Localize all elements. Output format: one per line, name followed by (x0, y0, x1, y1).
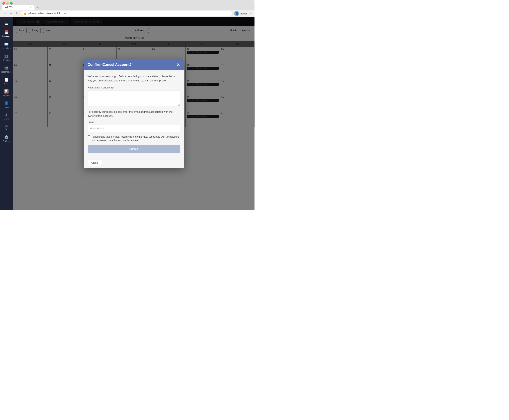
confirm-cancel-modal: Confirm Cancel Account? ✕ We're sorry to… (84, 59, 184, 168)
browser-minimize-dot[interactable] (6, 2, 9, 5)
recordings-icon: 📹 (4, 66, 9, 70)
users-icon: 👤 (4, 101, 9, 105)
modal-title: Confirm Cancel Account? (88, 63, 132, 67)
meetings-icon: 📅 (4, 30, 9, 35)
sidebar-item-meetings[interactable]: 📅 Meetings (0, 29, 13, 39)
browser-maximize-dot[interactable] (10, 2, 13, 5)
sidebar-users-label: Users (4, 106, 9, 109)
sidebar-files-label: Files (4, 83, 8, 85)
reason-textarea[interactable] (88, 90, 180, 106)
required-indicator: * (113, 86, 114, 89)
sidebar-meetings-label: Meetings (2, 35, 11, 38)
sidebar-item-files[interactable]: 📄 Files (0, 76, 13, 86)
checkbox-label: I understand that any files, recordings … (92, 135, 180, 142)
browser-menu-button[interactable]: ⋮ (248, 11, 252, 16)
understanding-checkbox-row: I understand that any files, recordings … (88, 135, 180, 142)
modal-footer: Close (84, 157, 184, 168)
close-button[interactable]: Close (88, 160, 102, 166)
sidebar-item-reports[interactable]: 📊 Reports (0, 88, 13, 98)
email-input[interactable] (88, 125, 180, 132)
security-text: For security purposes, please enter the … (88, 110, 180, 118)
invitations-icon: ✉️ (4, 42, 9, 46)
submit-button[interactable]: Submit (88, 145, 180, 153)
address-bar[interactable]: 🔒 m4demo.videoconferencinginfo.com (21, 11, 233, 16)
user-label: Guest (240, 12, 247, 15)
email-label: Email (88, 120, 180, 124)
sidebar-item-billing[interactable]: $ Billing (0, 111, 13, 122)
modal-close-button[interactable]: ✕ (177, 62, 180, 67)
main-content: Create Meeting 📅 Quick Meeting → Quick S… (13, 17, 254, 210)
files-icon: 📄 (4, 77, 9, 82)
modal-header: Confirm Cancel Account? ✕ (84, 59, 184, 70)
sidebar: ☰ 📅 Meetings ✉️ Invitations 👥 Contacts 📹… (0, 17, 13, 210)
sidebar-recordings-label: Recordings (1, 71, 12, 73)
security-icon: 🔒 (24, 12, 26, 15)
sidebar-contacts-label: Contacts (2, 59, 10, 61)
browser-tab[interactable]: 📹 VCI ✕ (2, 5, 35, 10)
sidebar-item-contacts[interactable]: 👥 Contacts (0, 52, 13, 63)
sidebar-menu-button[interactable]: ☰ (0, 19, 13, 27)
sidebar-billing-label: Billing (4, 118, 9, 120)
tab-favicon: 📹 (5, 6, 8, 9)
back-button[interactable]: ← (2, 11, 7, 16)
sidebar-item-users[interactable]: 👤 Users (0, 99, 13, 110)
sidebar-invitations-label: Invitations (2, 47, 11, 49)
modal-overlay: Confirm Cancel Account? ✕ We're sorry to… (13, 17, 254, 210)
sidebar-item-invitations[interactable]: ✉️ Invitations (0, 40, 13, 51)
sidebar-api-label: API (5, 128, 8, 131)
reason-form-group: Reason for Canceling * (88, 86, 180, 107)
sidebar-item-settings[interactable]: ⚙️ Settings (0, 133, 13, 144)
url-text: m4demo.videoconferencinginfo.com (28, 12, 66, 15)
modal-body: We're sorry to see you go. Before comple… (84, 70, 184, 157)
forward-button[interactable]: → (9, 11, 14, 16)
tab-close-button[interactable]: ✕ (30, 6, 32, 9)
understanding-checkbox[interactable] (88, 135, 90, 138)
browser-close-dot[interactable] (2, 2, 5, 5)
sidebar-reports-label: Reports (3, 94, 10, 97)
reports-icon: 📊 (4, 89, 9, 94)
billing-icon: $ (5, 113, 7, 117)
sidebar-item-recordings[interactable]: 📹 Recordings (0, 64, 13, 75)
email-form-group: Email (88, 120, 180, 132)
reason-label: Reason for Canceling * (88, 86, 180, 89)
user-button[interactable]: 👤 Guest (234, 11, 247, 16)
sidebar-item-api[interactable]: </> API (0, 123, 13, 132)
user-avatar: 👤 (234, 11, 239, 16)
api-icon: </> (5, 125, 8, 128)
reload-button[interactable]: ↻ (15, 11, 19, 16)
tab-title: VCI (9, 6, 13, 9)
sidebar-settings-label: Settings (3, 140, 10, 142)
settings-icon: ⚙️ (4, 135, 9, 139)
modal-intro-text: We're sorry to see you go. Before comple… (88, 75, 180, 83)
contacts-icon: 👥 (4, 54, 9, 58)
new-tab-button[interactable]: + (35, 5, 40, 10)
